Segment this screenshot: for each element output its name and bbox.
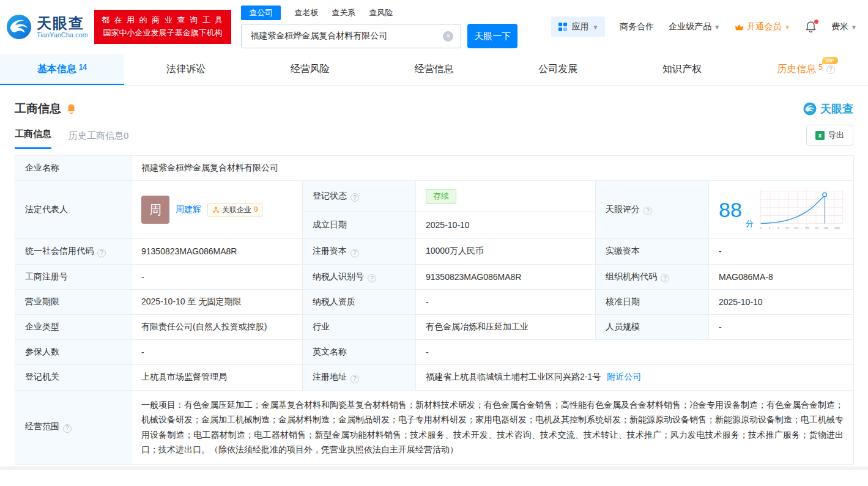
- field-taxpayer-qual-label: 纳税人资质: [303, 290, 416, 315]
- tab-label: 基本信息: [37, 63, 76, 76]
- field-score-label: 天眼评分?: [596, 181, 709, 239]
- field-address-value: 福建省上杭县临城镇土埔村工业区同兴路2-1号附近公司: [416, 365, 854, 391]
- bell-icon: [66, 103, 76, 114]
- tab-history-info[interactable]: VIP 历史信息 5 ?: [744, 54, 868, 85]
- table-row: 经营范围? 一般项目：有色金属压延加工；金属基复合材料和陶瓷基复合材料销售；新材…: [15, 390, 854, 464]
- field-legal-rep-value: 周 周建辉 关联企业 9: [132, 181, 303, 239]
- field-scope-value: 一般项目：有色金属压延加工；金属基复合材料和陶瓷基复合材料销售；新材料技术研发；…: [132, 390, 854, 464]
- subtab-business-info[interactable]: 工商信息: [15, 128, 51, 149]
- apps-grid-icon: [558, 22, 568, 32]
- tab-operation-risk[interactable]: 经营风险: [248, 54, 372, 85]
- field-taxpayer-no-label: 纳税人识别号?: [303, 264, 416, 290]
- nearby-companies-link[interactable]: 附近公司: [607, 372, 641, 381]
- related-companies-count: 9: [254, 205, 258, 214]
- field-en-name-label: 英文名称: [303, 340, 416, 365]
- field-insured-label: 参保人数: [15, 340, 132, 365]
- field-credit-code-label: 统一社会信用代码?: [15, 239, 132, 265]
- nav-enterprise-products-label: 企业级产品: [669, 21, 711, 32]
- field-insured-value: -: [132, 340, 303, 365]
- field-reg-status-value: 存续: [416, 181, 596, 212]
- help-icon[interactable]: ?: [63, 424, 72, 433]
- brand-domain: TianYanCha.com: [37, 31, 88, 39]
- field-taxpayer-qual-value: -: [416, 290, 596, 315]
- field-establish-date-label: 成立日期: [303, 212, 416, 238]
- subtab-history-business-info[interactable]: 历史工商信息0: [69, 130, 128, 149]
- field-en-name-value: -: [416, 340, 854, 365]
- nav-enterprise-products[interactable]: 企业级产品 ▼: [669, 21, 720, 32]
- notification-dot: [814, 20, 818, 24]
- table-row: 企业名称 福建紫金桓烨金属复合材料有限公司: [15, 156, 854, 181]
- tab-count-badge: 5: [818, 63, 823, 72]
- help-icon[interactable]: ?: [351, 375, 359, 383]
- tab-label: 经营风险: [291, 63, 330, 76]
- help-icon[interactable]: ?: [644, 207, 652, 215]
- tianyancha-logo-icon: [6, 14, 32, 40]
- search-button[interactable]: 天眼一下: [467, 24, 517, 48]
- tianyan-score-value: 88: [719, 199, 742, 220]
- field-industry-value: 有色金属冶炼和压延加工业: [416, 315, 596, 340]
- search-tab-risk[interactable]: 查风险: [369, 6, 393, 20]
- user-menu[interactable]: 费米 ▼: [831, 21, 857, 32]
- help-icon[interactable]: ?: [351, 249, 359, 257]
- tab-business-information[interactable]: 经营信息: [372, 54, 496, 85]
- svg-text:100: 100: [834, 226, 840, 230]
- field-credit-code-value: 91350823MAG086MA8R: [132, 239, 303, 265]
- chevron-down-icon: ▼: [784, 24, 790, 31]
- legal-rep-name-link[interactable]: 周建辉: [176, 204, 201, 215]
- search-tab-relation[interactable]: 查关系: [332, 6, 355, 20]
- help-icon[interactable]: ?: [97, 249, 106, 257]
- field-reg-no-value: -: [132, 264, 303, 290]
- clear-search-icon[interactable]: ×: [443, 31, 453, 42]
- tab-basic-info[interactable]: 基本信息 14: [0, 54, 124, 85]
- excel-icon: x: [815, 131, 825, 140]
- company-search-input[interactable]: [249, 31, 443, 42]
- tianyancha-logo-icon: [803, 102, 817, 116]
- user-name: 费米: [831, 21, 848, 32]
- section-notify-icon[interactable]: [66, 103, 76, 114]
- table-row: 企业类型 有限责任公司(自然人投资或控股) 行业 有色金属冶炼和压延加工业 人员…: [15, 315, 854, 340]
- tab-intellectual-property[interactable]: 知识产权: [620, 54, 744, 85]
- tianyan-score-unit: 分: [746, 218, 754, 229]
- main-tab-bar: 基本信息 14 法律诉讼 经营风险 经营信息 公司发展 知识产权 VIP 历史信…: [0, 54, 868, 86]
- watermark-logo: 天眼查: [803, 101, 853, 116]
- page-bottom-divider: [0, 466, 868, 470]
- section-header: 工商信息 天眼查: [15, 100, 853, 117]
- vip-badge: VIP: [822, 57, 839, 64]
- search-tab-company[interactable]: 查公司: [241, 6, 281, 20]
- field-staff-size-label: 人员规模: [596, 315, 709, 340]
- field-establish-date-value: 2025-10-10: [416, 212, 596, 238]
- search-tab-boss[interactable]: 查老板: [294, 6, 318, 20]
- nav-business-cooperation[interactable]: 商务合作: [620, 21, 654, 32]
- status-badge: 存续: [426, 189, 456, 204]
- open-vip-button[interactable]: 开通会员 ▼: [735, 21, 790, 32]
- field-reg-status-label: 登记状态?: [303, 181, 416, 212]
- field-reg-capital-value: 10000万人民币: [416, 239, 596, 265]
- tab-count-badge: 14: [79, 63, 87, 72]
- related-companies-label: 关联企业: [222, 205, 251, 215]
- field-taxpayer-no-value: 91350823MAG086MA8R: [416, 264, 596, 290]
- svg-text:15: 15: [785, 226, 789, 230]
- field-address-label: 注册地址?: [303, 365, 416, 391]
- help-icon[interactable]: ?: [661, 274, 669, 282]
- related-companies-badge[interactable]: 关联企业 9: [207, 203, 263, 217]
- business-info-table: 企业名称 福建紫金桓烨金属复合材料有限公司 法定代表人 周 周建辉: [15, 155, 854, 465]
- legal-rep-avatar[interactable]: 周: [141, 196, 169, 224]
- help-icon[interactable]: ?: [826, 65, 835, 74]
- field-legal-rep-label: 法定代表人: [15, 181, 132, 239]
- tab-legal-litigation[interactable]: 法律诉讼: [124, 54, 248, 85]
- tab-label: 公司发展: [538, 63, 577, 76]
- slogan-line1: 都 在 用 的 商 业 查 询 工 具: [102, 14, 224, 27]
- field-paid-capital-value: -: [709, 239, 854, 265]
- apps-menu-button[interactable]: 应用 ▼: [551, 17, 605, 37]
- chevron-down-icon: ▼: [851, 24, 857, 31]
- tab-company-development[interactable]: 公司发展: [496, 54, 620, 85]
- address-text: 福建省上杭县临城镇土埔村工业区同兴路2-1号: [426, 372, 601, 381]
- export-button[interactable]: x 导出: [806, 125, 853, 145]
- table-row: 工商注册号 - 纳税人识别号? 91350823MAG086MA8R 组织机构代…: [15, 264, 854, 290]
- help-icon[interactable]: ?: [351, 193, 359, 202]
- brand-logo[interactable]: 天眼查 TianYanCha.com: [6, 14, 88, 40]
- search-block: 查公司 查老板 查关系 查风险 × 天眼一下: [241, 6, 517, 48]
- score-curve-chart: 0 1 3 15 50 85 97 99 100: [757, 188, 844, 232]
- notification-bell-icon[interactable]: [805, 21, 817, 33]
- help-icon[interactable]: ?: [368, 274, 376, 282]
